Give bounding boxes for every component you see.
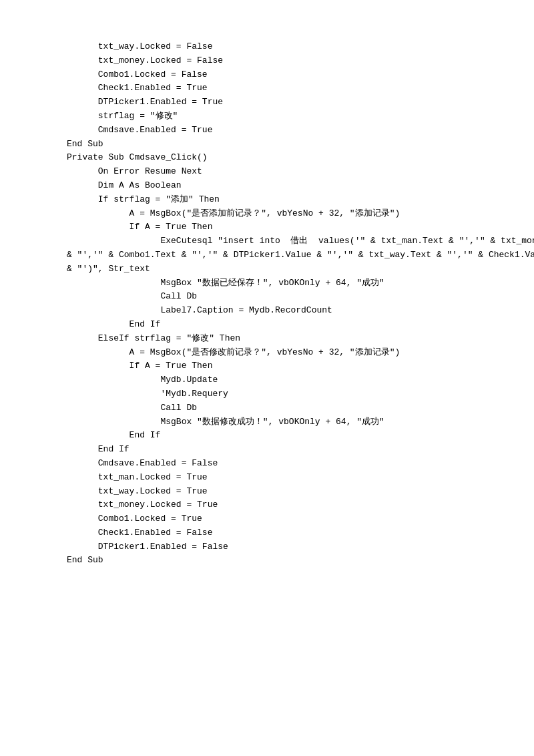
code-line: Label7.Caption = Mydb.RecordCount xyxy=(67,304,507,318)
code-container: txt_way.Locked = False txt_money.Locked … xyxy=(67,40,507,568)
code-line: txt_man.Locked = True xyxy=(67,471,507,485)
code-line: Combo1.Locked = True xyxy=(67,512,507,526)
code-line: txt_way.Locked = True xyxy=(67,485,507,499)
code-line: Mydb.Update xyxy=(67,373,507,387)
code-line: Dim A As Boolean xyxy=(67,179,507,193)
code-line: If strflag = "添加" Then xyxy=(67,193,507,207)
code-line: Call Db xyxy=(67,290,507,304)
code-line: txt_money.Locked = True xyxy=(67,498,507,512)
code-line: End If xyxy=(67,443,507,457)
code-line: DTPicker1.Enabled = False xyxy=(67,540,507,554)
code-line: Cmdsave.Enabled = True xyxy=(67,124,507,138)
code-line: Call Db xyxy=(67,401,507,415)
code-line: txt_money.Locked = False xyxy=(67,54,507,68)
code-line: 'Mydb.Requery xyxy=(67,387,507,401)
code-line: A = MsgBox("是否修改前记录？", vbYesNo + 32, "添加… xyxy=(67,346,507,360)
code-line: Check1.Enabled = True xyxy=(67,81,507,96)
code-line: MsgBox "数据已经保存！", vbOKOnly + 64, "成功" xyxy=(67,276,507,291)
code-line: MsgBox "数据修改成功！", vbOKOnly + 64, "成功" xyxy=(67,415,507,429)
code-line: If A = True Then xyxy=(67,220,507,234)
code-line: txt_way.Locked = False xyxy=(67,40,507,54)
code-line: On Error Resume Next xyxy=(67,165,507,179)
code-line: Cmdsave.Enabled = False xyxy=(67,457,507,471)
code-line: DTPicker1.Enabled = True xyxy=(67,96,507,110)
code-line: & "','" & Combo1.Text & "','" & DTPicker… xyxy=(67,248,507,262)
code-line: ExeCutesql "insert into 借出 values('" & t… xyxy=(67,234,507,248)
code-line: End Sub xyxy=(67,554,507,568)
code-line: Private Sub Cmdsave_Click() xyxy=(67,151,507,165)
code-line: ElseIf strflag = "修改" Then xyxy=(67,332,507,346)
code-line: End Sub xyxy=(67,138,507,152)
code-line: & "')", Str_text xyxy=(67,262,507,276)
code-line: strflag = "修改" xyxy=(67,110,507,124)
code-line: Combo1.Locked = False xyxy=(67,68,507,82)
code-line: End If xyxy=(67,318,507,332)
code-line: End If xyxy=(67,429,507,443)
code-line: A = MsgBox("是否添加前记录？", vbYesNo + 32, "添加… xyxy=(67,207,507,221)
code-line: Check1.Enabled = False xyxy=(67,526,507,540)
code-line: If A = True Then xyxy=(67,359,507,373)
